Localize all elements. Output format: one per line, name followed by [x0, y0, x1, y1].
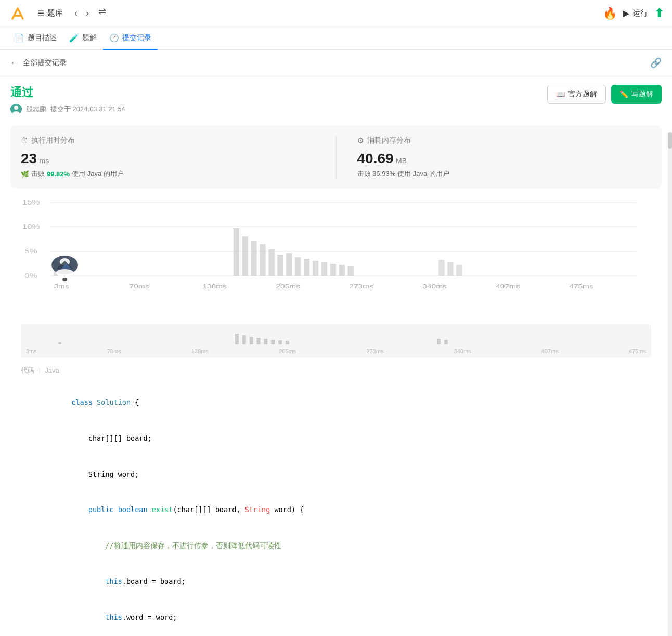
- link-icon[interactable]: 🔗: [650, 57, 662, 69]
- svg-text:0%: 0%: [24, 272, 37, 279]
- stat-divider: [336, 136, 337, 179]
- official-solution-button[interactable]: 📖 官方题解: [547, 85, 606, 104]
- svg-rect-22: [321, 262, 327, 276]
- svg-text:407ms: 407ms: [496, 283, 520, 289]
- mem-icon: ⚙: [357, 136, 364, 145]
- breadcrumb-label: 全部提交记录: [23, 58, 67, 68]
- write-solution-label: 写题解: [631, 90, 653, 99]
- fire-icon: 🔥: [603, 7, 617, 20]
- svg-rect-21: [313, 261, 318, 276]
- svg-point-31: [56, 269, 74, 276]
- list-icon: ☰: [37, 9, 44, 18]
- svg-rect-25: [348, 266, 354, 276]
- clock-icon: ⏱: [21, 136, 28, 145]
- svg-rect-24: [339, 265, 345, 276]
- svg-text:340ms: 340ms: [422, 283, 447, 289]
- tab-submissions[interactable]: 🕐 提交记录: [103, 27, 158, 50]
- time-beat-pct: 99.82%: [47, 170, 70, 178]
- chart-wrapper: 0% 5% 10% 15%: [10, 197, 662, 358]
- next-arrow[interactable]: ›: [83, 6, 92, 21]
- mem-value-row: 40.69 MB: [357, 150, 652, 167]
- breadcrumb-bar: ← 全部提交记录 🔗: [0, 50, 672, 77]
- svg-rect-48: [264, 339, 267, 344]
- result-header: 通过 殷志鹏 提交于 2024.03.31 21:54 📖: [10, 85, 662, 115]
- code-section: 代码 ｜ Java class Solution { char[][] boar…: [10, 366, 662, 636]
- problem-set-nav[interactable]: ☰ 题库: [37, 8, 63, 18]
- write-solution-button[interactable]: ✏️ 写题解: [611, 85, 662, 104]
- top-nav: ☰ 题库 ‹ › ⇌ 🔥 ▶ 运行 ⬆: [0, 0, 672, 27]
- scrollbar-track[interactable]: [668, 132, 672, 636]
- submitter-name: 殷志鹏: [26, 105, 46, 114]
- svg-text:273ms: 273ms: [349, 283, 373, 289]
- svg-text:205ms: 205ms: [276, 283, 300, 289]
- svg-rect-50: [278, 340, 282, 344]
- mem-title: ⚙ 消耗内存分布: [357, 136, 652, 145]
- svg-rect-12: [234, 228, 239, 276]
- run-label: 运行: [632, 8, 648, 18]
- code-line-7: this.word = word;: [21, 600, 651, 635]
- svg-rect-19: [295, 257, 301, 276]
- book-icon: 📖: [556, 90, 565, 98]
- breadcrumb[interactable]: ← 全部提交记录: [10, 58, 67, 68]
- svg-text:138ms: 138ms: [203, 283, 227, 289]
- problem-set-label: 题库: [47, 8, 63, 18]
- time-stat: ⏱ 执行用时分布 23 ms 🌿 击败 99.82% 使用 Java 的用户: [21, 136, 315, 179]
- mini-chart-labels: 3ms 70ms 138ms 205ms 273ms 340ms 407ms 4…: [26, 348, 646, 354]
- shuffle-icon[interactable]: ⇌: [98, 6, 106, 21]
- tab-description[interactable]: 📄 题目描述: [8, 27, 63, 50]
- edit-icon: ✏️: [619, 90, 628, 98]
- solution-icon: 🧪: [69, 33, 79, 43]
- description-icon: 📄: [15, 33, 24, 43]
- svg-rect-27: [447, 262, 453, 276]
- scrollbar-thumb[interactable]: [668, 132, 672, 149]
- time-beat: 🌿 击败 99.82% 使用 Java 的用户: [21, 169, 315, 179]
- svg-text:475ms: 475ms: [569, 283, 593, 289]
- tab-solution-label: 题解: [82, 33, 97, 43]
- svg-rect-49: [271, 340, 275, 344]
- code-line-3: String word;: [21, 456, 651, 492]
- time-unit: ms: [40, 157, 49, 165]
- code-label: 代码 ｜ Java: [21, 366, 651, 375]
- result-status: 通过 殷志鹏 提交于 2024.03.31 21:54: [10, 85, 125, 115]
- svg-rect-23: [330, 264, 336, 276]
- svg-rect-28: [456, 265, 462, 276]
- mem-unit: MB: [396, 157, 407, 165]
- svg-rect-53: [444, 340, 448, 344]
- avatar: [10, 104, 22, 115]
- code-block: class Solution { char[][] board; String …: [21, 380, 651, 636]
- mini-chart: 3ms 70ms 138ms 205ms 273ms 340ms 407ms 4…: [21, 324, 651, 358]
- fire-beat-icon: 🌿: [21, 170, 29, 178]
- time-title: ⏱ 执行用时分布: [21, 136, 315, 145]
- svg-text:10%: 10%: [22, 223, 40, 230]
- tab-solution[interactable]: 🧪 题解: [63, 27, 103, 50]
- svg-rect-47: [257, 338, 261, 344]
- logo[interactable]: [8, 4, 27, 23]
- tab-description-label: 题目描述: [28, 33, 57, 43]
- prev-arrow[interactable]: ‹: [71, 6, 81, 21]
- svg-point-34: [62, 278, 67, 281]
- mem-beat-text: 击败 36.93%: [357, 169, 396, 179]
- submitter-info: 殷志鹏 提交于 2024.03.31 21:54: [10, 104, 125, 115]
- svg-rect-16: [268, 249, 274, 276]
- svg-rect-26: [438, 260, 444, 276]
- submitted-at: 提交于 2024.03.31 21:54: [50, 105, 125, 114]
- tab-bar: 📄 题目描述 🧪 题解 🕐 提交记录: [0, 27, 672, 50]
- svg-point-1: [14, 106, 18, 110]
- mini-chart-svg: [26, 327, 646, 346]
- time-value-row: 23 ms: [21, 150, 315, 167]
- svg-rect-46: [250, 337, 253, 344]
- play-icon: ▶: [623, 8, 629, 18]
- time-value: 23: [21, 150, 37, 167]
- svg-rect-52: [437, 339, 441, 344]
- time-beat-suffix: 使用 Java 的用户: [72, 169, 124, 179]
- upload-icon[interactable]: ⬆: [654, 7, 664, 20]
- status-label: 通过: [10, 85, 125, 100]
- nav-right: 🔥 ▶ 运行 ⬆: [603, 7, 664, 20]
- svg-rect-14: [251, 241, 257, 276]
- svg-rect-51: [286, 341, 289, 344]
- run-button[interactable]: ▶ 运行: [623, 8, 648, 18]
- svg-text:70ms: 70ms: [130, 283, 149, 289]
- official-solution-label: 官方题解: [568, 90, 597, 99]
- mem-value: 40.69: [357, 150, 394, 167]
- back-arrow-icon: ←: [10, 58, 19, 68]
